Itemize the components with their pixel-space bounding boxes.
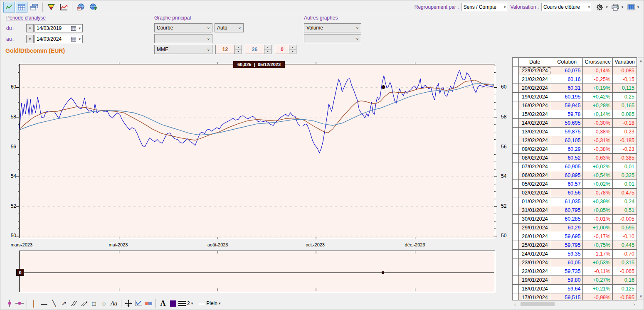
cell-cotation[interactable]: 60,31 — [551, 84, 583, 93]
cell-date[interactable]: 22/01/2024 — [519, 267, 551, 276]
col-header-variation[interactable]: Variation — [613, 58, 637, 66]
cell-croissance[interactable]: +0,19% — [583, 84, 613, 93]
cell-croissance[interactable]: +0,27% — [583, 276, 613, 285]
line-style-button[interactable]: — Plein ▾ — [199, 298, 222, 308]
cell-croissance[interactable]: +0,54% — [583, 171, 613, 180]
move-tool[interactable] — [124, 298, 133, 308]
row-gutter[interactable] — [513, 101, 519, 110]
trend-chart-button[interactable] — [58, 2, 69, 12]
other-graph-select[interactable]: Volume∨ — [304, 23, 361, 32]
cell-croissance[interactable]: -0,14% — [583, 66, 613, 75]
send-web-button[interactable] — [75, 2, 86, 12]
cell-croissance[interactable]: +0,75% — [583, 241, 613, 250]
indicator-select[interactable]: MME∨ — [154, 45, 212, 54]
parallel-lines-tool[interactable] — [69, 298, 79, 308]
cell-date[interactable]: 02/02/2024 — [519, 189, 551, 197]
cell-croissance[interactable]: +0,02% — [583, 180, 613, 189]
row-gutter[interactable] — [513, 75, 519, 84]
horizontal-line-tool[interactable]: — — [39, 298, 49, 308]
line-thickness-button[interactable]: 2 ▾ — [178, 298, 194, 308]
cell-variation[interactable]: -0,70 — [613, 250, 637, 258]
cell-cotation[interactable]: 60,105 — [551, 136, 583, 145]
row-gutter[interactable] — [513, 154, 519, 162]
cell-date[interactable]: 23/01/2024 — [519, 258, 551, 267]
cell-variation[interactable]: 0,25 — [613, 93, 637, 101]
row-gutter[interactable] — [513, 258, 519, 267]
cell-date[interactable]: 17/01/2024 — [519, 293, 551, 300]
cell-cotation[interactable]: 60,905 — [551, 162, 583, 171]
table-vertical-scrollbar[interactable]: ∧ ∨ — [638, 57, 644, 300]
crosshair-vertical-tool[interactable] — [5, 298, 14, 308]
cell-variation[interactable]: -0,15 — [613, 75, 637, 84]
stepper-buttons[interactable]: ▲▼ — [234, 45, 242, 54]
cell-croissance[interactable]: +0,85% — [583, 206, 613, 215]
cell-cotation[interactable]: 59,795 — [551, 241, 583, 250]
cell-variation[interactable]: 0,085 — [613, 110, 637, 119]
scroll-up-icon[interactable]: ∧ — [638, 58, 644, 64]
row-gutter[interactable] — [513, 162, 519, 171]
cell-variation[interactable]: -0,23 — [613, 145, 637, 154]
main-chart[interactable] — [19, 64, 495, 238]
table-horizontal-scrollbar[interactable]: ‹ › — [512, 301, 637, 307]
cell-date[interactable]: 09/02/2024 — [519, 145, 551, 154]
table-row[interactable]: 14/02/202459,695-0,30%-0,18 — [513, 119, 637, 128]
row-gutter[interactable] — [513, 285, 519, 293]
stepper-buttons[interactable]: ▲▼ — [289, 45, 296, 54]
cell-variation[interactable]: -0,005 — [613, 215, 637, 224]
cell-cotation[interactable]: 60,57 — [551, 180, 583, 189]
table-row[interactable]: 29/01/202460,29+1,00%0,595 — [513, 224, 637, 232]
volume-pane[interactable] — [19, 251, 495, 292]
table-row[interactable]: 05/02/202460,57+0,02%0,01 — [513, 180, 637, 189]
table-row[interactable]: 06/02/202460,895+0,54%0,325 — [513, 171, 637, 180]
cell-cotation[interactable]: 59,64 — [551, 285, 583, 293]
crosshair-horizontal-tool[interactable] — [15, 298, 24, 308]
cell-cotation[interactable]: 59,875 — [551, 128, 583, 136]
export-web-button[interactable] — [87, 2, 99, 12]
diagonal-line-tool[interactable]: ╲ — [49, 298, 59, 308]
row-gutter[interactable] — [513, 110, 519, 119]
cell-croissance[interactable]: +0,53% — [583, 258, 613, 267]
cell-croissance[interactable]: +0,02% — [583, 162, 613, 171]
cell-cotation[interactable]: 59,695 — [551, 119, 583, 128]
col-header-cotation[interactable]: Cotation — [551, 58, 583, 66]
row-gutter[interactable] — [513, 180, 519, 189]
table-row[interactable]: 25/01/202459,795+0,75%0,445 — [513, 241, 637, 250]
columns-button[interactable]: ▾ — [626, 2, 641, 12]
row-gutter[interactable] — [513, 119, 519, 128]
table-row[interactable]: 16/02/202459,945+0,28%0,165 — [513, 101, 637, 110]
stepper-down-icon[interactable]: ▼ — [264, 50, 271, 54]
table-row[interactable]: 22/01/202459,735-0,11%-0,065 — [513, 267, 637, 276]
overlay-select[interactable]: ∨ — [154, 34, 212, 43]
period-from-preset-button[interactable]: ▾ — [26, 24, 34, 32]
cell-variation[interactable]: 0,16 — [613, 276, 637, 285]
indicator-param1-stepper[interactable]: 12 ▲▼ — [215, 45, 242, 54]
cell-date[interactable]: 12/02/2024 — [519, 136, 551, 145]
cell-croissance[interactable]: -0,25% — [583, 75, 613, 84]
rectangle-tool[interactable]: □ — [89, 298, 99, 308]
cell-croissance[interactable]: +0,42% — [583, 93, 613, 101]
cell-variation[interactable]: 0,125 — [613, 285, 637, 293]
cell-cotation[interactable]: 60,075 — [551, 66, 583, 75]
cell-date[interactable]: 15/02/2024 — [519, 110, 551, 119]
cell-variation[interactable]: 0,01 — [613, 180, 637, 189]
table-row[interactable]: 13/02/202459,875-0,38%-0,23 — [513, 128, 637, 136]
cell-date[interactable]: 19/01/2024 — [519, 276, 551, 285]
ellipse-tool[interactable]: ○ — [99, 298, 109, 308]
table-row[interactable]: 31/01/202460,795+0,85%0,51 — [513, 206, 637, 215]
cell-date[interactable]: 18/01/2024 — [519, 285, 551, 293]
chart-view-button[interactable] — [3, 2, 15, 12]
scroll-thumb[interactable] — [521, 302, 555, 306]
cell-date[interactable]: 29/01/2024 — [519, 224, 551, 232]
table-row[interactable]: 23/01/202460,05+0,53%0,315 — [513, 258, 637, 267]
table-row[interactable]: 19/01/202459,80+0,27%0,16 — [513, 276, 637, 285]
cell-cotation[interactable]: 59,78 — [551, 110, 583, 119]
cell-croissance[interactable]: +0,39% — [583, 197, 613, 206]
cell-date[interactable]: 20/02/2024 — [519, 84, 551, 93]
cell-variation[interactable]: -0,595 — [613, 293, 637, 300]
cell-cotation[interactable]: 60,05 — [551, 258, 583, 267]
row-gutter[interactable] — [513, 215, 519, 224]
cell-cotation[interactable]: 59,35 — [551, 250, 583, 258]
dropdown-arrow-icon[interactable]: ▾ — [79, 37, 81, 41]
scroll-left-icon[interactable]: ‹ — [512, 302, 518, 307]
cell-variation[interactable]: 0,51 — [613, 206, 637, 215]
